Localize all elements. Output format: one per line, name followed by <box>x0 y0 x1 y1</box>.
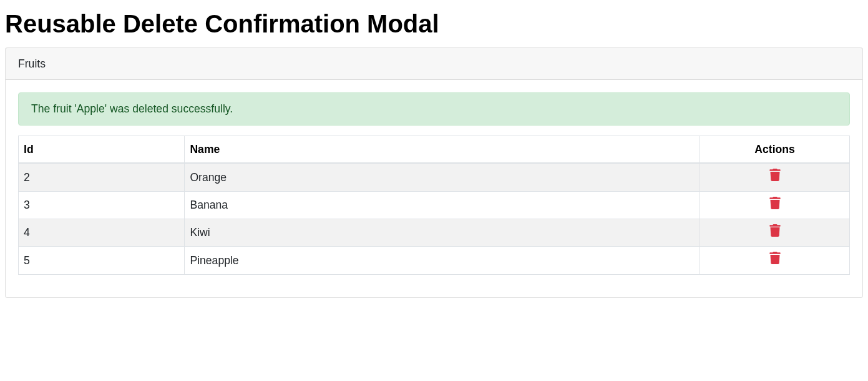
cell-actions <box>700 191 850 219</box>
trash-icon <box>769 169 781 181</box>
cell-id: 2 <box>19 163 185 191</box>
cell-id: 3 <box>19 191 185 219</box>
table-row: 5Pineapple <box>19 247 850 274</box>
trash-icon <box>769 224 781 237</box>
header-id: Id <box>19 136 185 163</box>
cell-name: Orange <box>185 163 700 191</box>
cell-actions <box>700 163 850 191</box>
trash-icon <box>769 197 781 209</box>
cell-id: 4 <box>19 219 185 246</box>
success-alert: The fruit 'Apple' was deleted successful… <box>18 92 850 125</box>
card-header: Fruits <box>6 48 862 80</box>
table-row: 4Kiwi <box>19 219 850 246</box>
cell-name: Pineapple <box>185 247 700 274</box>
table-header-row: Id Name Actions <box>19 136 850 163</box>
table-row: 2Orange <box>19 163 850 191</box>
cell-id: 5 <box>19 247 185 274</box>
page-title: Reusable Delete Confirmation Modal <box>5 5 863 42</box>
cell-actions <box>700 219 850 246</box>
table-row: 3Banana <box>19 191 850 219</box>
cell-name: Kiwi <box>185 219 700 246</box>
card-body: The fruit 'Apple' was deleted successful… <box>6 80 862 297</box>
delete-button[interactable] <box>769 252 781 264</box>
fruits-table: Id Name Actions 2Orange3Banana4Kiwi5Pine… <box>18 136 850 275</box>
delete-button[interactable] <box>769 197 781 209</box>
header-actions: Actions <box>700 136 850 163</box>
delete-button[interactable] <box>769 169 781 181</box>
header-name: Name <box>185 136 700 163</box>
trash-icon <box>769 252 781 264</box>
delete-button[interactable] <box>769 224 781 237</box>
cell-actions <box>700 247 850 274</box>
fruits-card: Fruits The fruit 'Apple' was deleted suc… <box>5 47 863 298</box>
cell-name: Banana <box>185 191 700 219</box>
